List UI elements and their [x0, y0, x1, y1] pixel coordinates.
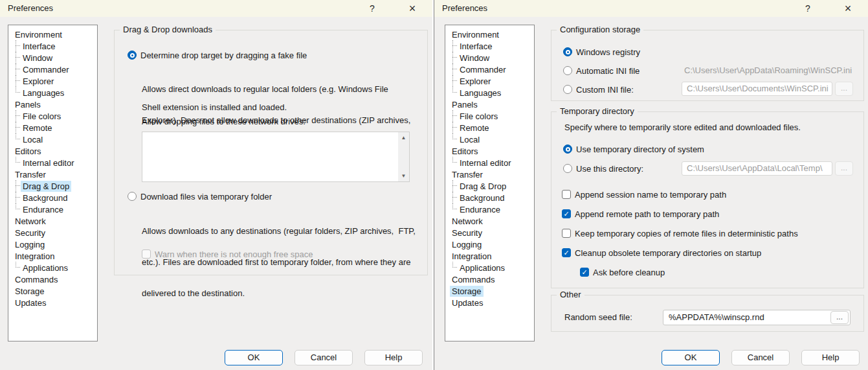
- tree-item-interface[interactable]: Interface: [8, 40, 97, 52]
- checkbox-append-session-name[interactable]: Append session name to temporary path: [562, 189, 726, 200]
- tree-item-file-colors[interactable]: File colors: [445, 110, 534, 122]
- tree-item-local[interactable]: Local: [445, 133, 534, 145]
- tree-item-applications[interactable]: Applications: [445, 262, 534, 273]
- tree-item-storage[interactable]: Storage: [8, 285, 97, 297]
- tree-item-transfer[interactable]: Transfer: [445, 168, 534, 180]
- tree-item-panels[interactable]: Panels: [8, 98, 97, 110]
- tree-item-label: Storage: [450, 286, 484, 297]
- tree-connector: [450, 75, 458, 87]
- tree-item-logging[interactable]: Logging: [445, 238, 534, 250]
- tree-item-commands[interactable]: Commands: [8, 273, 97, 285]
- tree-item-remote[interactable]: Remote: [8, 122, 97, 133]
- checkbox-unchecked-icon: [562, 190, 571, 199]
- radio-automatic-ini[interactable]: Automatic INI file: [563, 65, 640, 76]
- tree-item-local[interactable]: Local: [8, 133, 97, 145]
- tree-item-logging[interactable]: Logging: [8, 238, 97, 250]
- ok-button[interactable]: OK: [225, 350, 283, 365]
- tree-item-explorer[interactable]: Explorer: [8, 75, 97, 87]
- tree-item-editors[interactable]: Editors: [445, 145, 534, 157]
- tree-item-drag-drop[interactable]: Drag & Drop: [8, 180, 97, 192]
- tree-connector: [13, 180, 21, 192]
- scroll-down-icon[interactable]: ▼: [398, 170, 409, 181]
- tree-connector: [13, 262, 21, 273]
- network-drives-label: Allow dropping files to these network dr…: [142, 117, 306, 127]
- radio-windows-registry[interactable]: Windows registry: [563, 47, 640, 57]
- cancel-button[interactable]: Cancel: [731, 350, 790, 365]
- checkbox-keep-temporary-copies[interactable]: Keep temporary copies of remote files in…: [562, 228, 798, 238]
- tree-item-updates[interactable]: Updates: [8, 297, 97, 308]
- tree-connector: [450, 180, 458, 192]
- close-icon[interactable]: ×: [404, 0, 421, 17]
- tree-item-interface[interactable]: Interface: [445, 40, 534, 52]
- tree-item-commander[interactable]: Commander: [445, 64, 534, 75]
- checkbox-cleanup-obsolete[interactable]: ✓ Cleanup obsolete temporary directories…: [562, 248, 761, 258]
- random-seed-field[interactable]: %APPDATA%\winscp.rnd ...: [663, 310, 851, 325]
- tree-item-network[interactable]: Network: [445, 215, 534, 227]
- tree-item-editors[interactable]: Editors: [8, 145, 97, 157]
- ok-button[interactable]: OK: [662, 350, 720, 365]
- tree-connector: [450, 52, 458, 64]
- tree-item-explorer[interactable]: Explorer: [445, 75, 534, 87]
- tree-item-integration[interactable]: Integration: [8, 250, 97, 262]
- radio-custom-ini[interactable]: Custom INI file:: [563, 84, 634, 95]
- titlebar: Preferences ? ×: [0, 0, 432, 17]
- radio-download-via-temp[interactable]: Download files via temporary folder: [128, 191, 272, 202]
- tree-connector: [13, 75, 21, 87]
- tree-item-storage[interactable]: Storage: [445, 285, 534, 297]
- tree-item-label: Commands: [13, 274, 60, 285]
- tree-item-applications[interactable]: Applications: [8, 262, 97, 273]
- tree-connector: [13, 157, 21, 168]
- custom-ini-path-field: C:\Users\User\Documents\WinSCP.ini: [682, 82, 832, 96]
- help-button[interactable]: Help: [364, 350, 423, 365]
- tree-item-window[interactable]: Window: [8, 52, 97, 64]
- tree-item-security[interactable]: Security: [8, 227, 97, 238]
- tree-item-updates[interactable]: Updates: [445, 297, 534, 308]
- tree-item-commander[interactable]: Commander: [8, 64, 97, 75]
- help-icon[interactable]: ?: [799, 0, 816, 17]
- tree-item-internal-editor[interactable]: Internal editor: [445, 157, 534, 168]
- tree-item-label: Background: [21, 192, 69, 203]
- tree-item-drag-drop[interactable]: Drag & Drop: [445, 180, 534, 192]
- scroll-up-icon[interactable]: ▲: [398, 132, 409, 143]
- tree-item-label: Applications: [458, 262, 507, 273]
- browse-directory-button: ...: [835, 161, 853, 176]
- tree-item-transfer[interactable]: Transfer: [8, 168, 97, 180]
- tree-item-panels[interactable]: Panels: [445, 98, 534, 110]
- automatic-ini-path: C:\Users\User\AppData\Roaming\WinSCP.ini: [684, 65, 852, 76]
- radio-determine-drop-target[interactable]: Determine drop target by dragging a fake…: [128, 50, 307, 60]
- preferences-tree: EnvironmentInterfaceWindowCommanderExplo…: [445, 25, 535, 341]
- tree-item-environment[interactable]: Environment: [445, 29, 534, 40]
- network-drives-listbox[interactable]: ▲ ▼: [142, 132, 410, 182]
- tree-item-endurance[interactable]: Endurance: [445, 203, 534, 215]
- tree-item-remote[interactable]: Remote: [445, 122, 534, 133]
- tree-item-languages[interactable]: Languages: [8, 87, 97, 98]
- listbox-scrollbar[interactable]: ▲ ▼: [398, 132, 409, 181]
- checkbox-append-remote-path[interactable]: ✓ Append remote path to temporary path: [562, 209, 719, 219]
- tree-item-languages[interactable]: Languages: [445, 87, 534, 98]
- checkbox-warn-free-space: Warn when there is not enough free space: [142, 249, 313, 259]
- checkbox-ask-before-cleanup[interactable]: ✓ Ask before cleanup: [580, 267, 665, 277]
- tree-item-internal-editor[interactable]: Internal editor: [8, 157, 97, 168]
- browse-seed-button[interactable]: ...: [830, 311, 849, 324]
- radio-on-icon: [563, 145, 572, 154]
- tree-item-environment[interactable]: Environment: [8, 29, 97, 40]
- tree-item-security[interactable]: Security: [445, 227, 534, 238]
- help-button[interactable]: Help: [801, 350, 860, 365]
- tree-item-network[interactable]: Network: [8, 215, 97, 227]
- close-icon[interactable]: ×: [840, 0, 856, 17]
- tree-item-endurance[interactable]: Endurance: [8, 203, 97, 215]
- checkbox-checked-icon: ✓: [562, 209, 571, 218]
- window-title: Preferences: [8, 0, 53, 17]
- cancel-button[interactable]: Cancel: [295, 350, 353, 365]
- tree-item-commands[interactable]: Commands: [445, 273, 534, 285]
- tree-item-file-colors[interactable]: File colors: [8, 110, 97, 122]
- random-seed-value: %APPDATA%\winscp.rnd: [669, 310, 764, 325]
- radio-use-this-directory[interactable]: Use this directory:: [563, 163, 643, 174]
- tree-item-window[interactable]: Window: [445, 52, 534, 64]
- tree-item-background[interactable]: Background: [445, 192, 534, 203]
- radio-off-icon: [563, 66, 572, 75]
- tree-item-background[interactable]: Background: [8, 192, 97, 203]
- radio-use-system-temp[interactable]: Use temporary directory of system: [563, 144, 704, 154]
- tree-item-integration[interactable]: Integration: [445, 250, 534, 262]
- help-icon[interactable]: ?: [364, 0, 381, 17]
